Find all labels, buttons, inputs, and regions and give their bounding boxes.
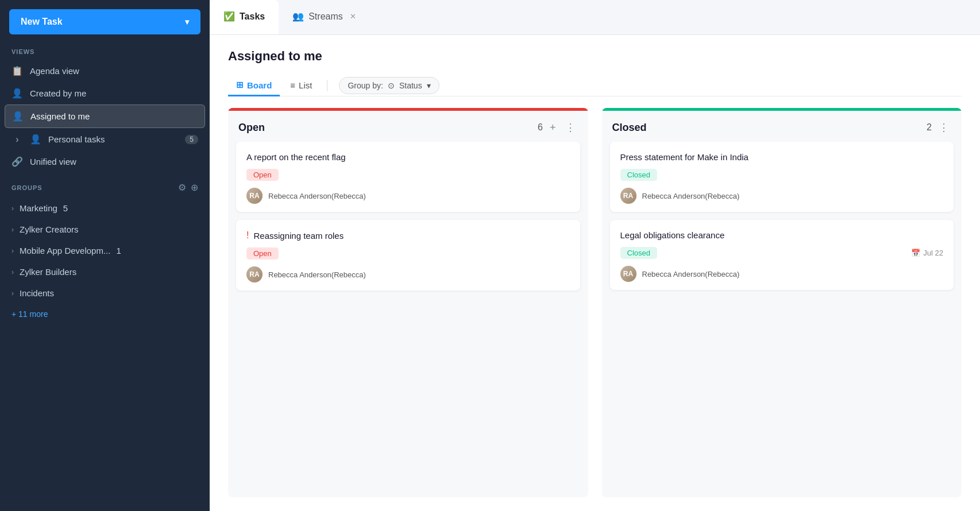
chevron-right-icon: ›	[11, 289, 14, 297]
page-title: Assigned to me	[228, 49, 962, 64]
list-view-button[interactable]: ≡ List	[282, 76, 320, 96]
assignee-name: Rebecca Anderson(Rebecca)	[268, 192, 366, 200]
board: Open 6 + ⋮ A report on the recent flag O…	[228, 108, 962, 497]
chevron-down-icon: ▾	[427, 81, 431, 90]
sidebar-item-incidents[interactable]: › Incidents	[0, 282, 210, 304]
assignee-name: Rebecca Anderson(Rebecca)	[642, 192, 740, 200]
column-closed-header: Closed 2 ⋮	[602, 111, 962, 142]
group-label: Mobile App Developm...	[20, 246, 110, 256]
avatar: RA	[246, 188, 263, 204]
unified-icon: 🔗	[11, 156, 23, 167]
sidebar-item-marketing[interactable]: › Marketing 5	[0, 198, 210, 219]
created-icon: 👤	[11, 88, 23, 99]
add-card-button[interactable]: +	[547, 121, 558, 135]
groups-header: GROUPS ⚙ ⊕	[0, 182, 210, 193]
card-title-text: Press statement for Make in India	[620, 152, 748, 162]
column-closed-title: Closed	[612, 122, 923, 134]
sidebar: New Task ▾ VIEWS 📋 Agenda view 👤 Created…	[0, 0, 210, 511]
check-circle-icon: ⊙	[388, 81, 395, 90]
board-icon: ⊞	[236, 80, 244, 90]
sidebar-item-zylker-creators[interactable]: › Zylker Creators	[0, 219, 210, 240]
sidebar-item-zylker-builders[interactable]: › Zylker Builders	[0, 261, 210, 282]
personal-tasks-icon: 👤	[30, 134, 41, 145]
list-icon: ≡	[290, 80, 295, 90]
chevron-right-icon: ›	[11, 247, 14, 255]
status-badge: Open	[246, 169, 279, 181]
column-open: Open 6 + ⋮ A report on the recent flag O…	[228, 108, 588, 497]
calendar-icon: 📅	[911, 249, 920, 257]
group-by-label: Group by:	[348, 81, 383, 90]
sidebar-item-label: Unified view	[30, 157, 76, 167]
avatar-img: RA	[246, 188, 263, 204]
card-footer: RA Rebecca Anderson(Rebecca)	[246, 188, 570, 204]
group-add-icon[interactable]: ⊕	[191, 182, 198, 193]
tab-streams-label: Streams	[308, 11, 343, 22]
views-label: VIEWS	[0, 48, 210, 55]
status-badge: Open	[246, 247, 279, 260]
avatar: RA	[246, 266, 263, 282]
card-closed-2[interactable]: Legal obligations clearance Closed 📅 Jul…	[610, 220, 954, 290]
tab-streams[interactable]: 👥 Streams ✕	[279, 0, 370, 34]
status-badge: Closed	[620, 247, 657, 259]
card-title: A report on the recent flag	[246, 152, 570, 162]
group-by-value: Status	[399, 81, 422, 90]
card-title: Legal obligations clearance	[620, 230, 944, 240]
mobile-badge: 1	[116, 246, 121, 256]
avatar-img: RA	[246, 266, 263, 282]
column-closed-count: 2	[927, 122, 932, 133]
column-open-count: 6	[538, 122, 543, 133]
column-closed: Closed 2 ⋮ Press statement for Make in I…	[602, 108, 962, 497]
open-cards: A report on the recent flag Open RA Rebe…	[228, 142, 588, 299]
board-view-button[interactable]: ⊞ Board	[228, 75, 280, 96]
sidebar-item-unified[interactable]: 🔗 Unified view	[0, 150, 210, 173]
assignee-name: Rebecca Anderson(Rebecca)	[642, 270, 740, 278]
sidebar-item-assigned[interactable]: 👤 Assigned to me	[5, 104, 205, 128]
view-divider	[327, 80, 327, 91]
column-menu-button[interactable]: ⋮	[936, 120, 951, 135]
card-closed-1[interactable]: Press statement for Make in India Closed…	[610, 142, 954, 212]
column-open-title: Open	[238, 122, 533, 134]
sidebar-item-created[interactable]: 👤 Created by me	[0, 82, 210, 104]
date-text: Jul 22	[923, 249, 943, 257]
personal-icon: ›	[11, 134, 23, 145]
group-by-selector[interactable]: Group by: ⊙ Status ▾	[339, 77, 439, 94]
view-controls: ⊞ Board ≡ List Group by: ⊙ Status ▾	[228, 75, 962, 96]
column-open-header: Open 6 + ⋮	[228, 111, 588, 142]
new-task-label: New Task	[21, 17, 63, 27]
close-tab-icon[interactable]: ✕	[350, 12, 356, 21]
card-title: Press statement for Make in India	[620, 152, 944, 162]
marketing-badge: 5	[63, 203, 68, 213]
card-open-1[interactable]: A report on the recent flag Open RA Rebe…	[236, 142, 580, 212]
column-menu-button[interactable]: ⋮	[563, 120, 578, 135]
sidebar-item-label: Created by me	[30, 88, 86, 98]
sidebar-item-mobile-app[interactable]: › Mobile App Developm... 1	[0, 240, 210, 261]
new-task-button[interactable]: New Task ▾	[9, 9, 200, 34]
sidebar-item-agenda[interactable]: 📋 Agenda view	[0, 60, 210, 82]
sidebar-item-label: Agenda view	[30, 66, 79, 76]
personal-badge: 5	[185, 135, 198, 144]
card-title-text: A report on the recent flag	[246, 152, 346, 162]
sidebar-item-label: Assigned to me	[30, 111, 90, 121]
tab-tasks[interactable]: ✅ Tasks	[210, 0, 279, 34]
board-label: Board	[247, 80, 272, 90]
group-label: Marketing	[20, 203, 57, 213]
main-content: ✅ Tasks 👥 Streams ✕ Assigned to me ⊞ Boa…	[210, 0, 980, 511]
gear-icon[interactable]: ⚙	[178, 182, 186, 193]
more-groups-link[interactable]: + 11 more	[0, 304, 210, 324]
tabs-bar: ✅ Tasks 👥 Streams ✕	[210, 0, 980, 35]
status-badge: Closed	[620, 169, 657, 181]
closed-cards: Press statement for Make in India Closed…	[602, 142, 962, 298]
card-date: 📅 Jul 22	[911, 249, 943, 257]
chevron-right-icon: ›	[11, 226, 14, 234]
chevron-right-icon: ›	[11, 268, 14, 276]
sidebar-item-label: Personal tasks	[48, 134, 105, 144]
agenda-icon: 📋	[11, 65, 23, 76]
streams-tab-icon: 👥	[292, 11, 304, 22]
card-footer: RA Rebecca Anderson(Rebecca)	[620, 266, 944, 282]
avatar: RA	[620, 188, 636, 204]
sidebar-item-personal[interactable]: › 👤 Personal tasks 5	[0, 128, 210, 150]
card-open-2[interactable]: ! Reassigning team roles Open RA Rebecca…	[236, 220, 580, 291]
groups-label: GROUPS	[11, 184, 178, 191]
chevron-down-icon: ▾	[185, 17, 189, 26]
assignee-name: Rebecca Anderson(Rebecca)	[268, 270, 366, 279]
